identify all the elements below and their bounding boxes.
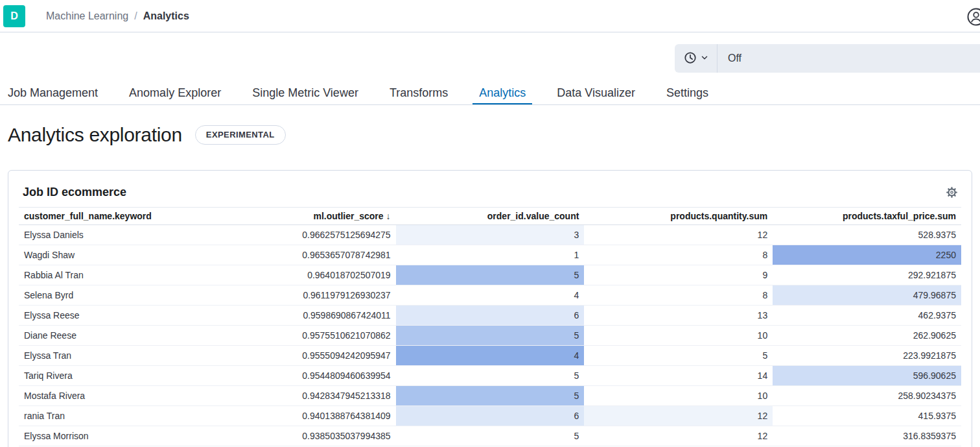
column-header-products-quantity-sum[interactable]: products.quantity.sum (584, 211, 773, 221)
tab-single-metric-viewer[interactable]: Single Metric Viewer (246, 83, 365, 104)
table-cell: 0.9598690867424011 (207, 306, 396, 325)
table-cell: 5 (396, 386, 585, 405)
table-cell: 5 (396, 366, 585, 385)
table-row: Elyssa Morrison0.9385035037994385512316.… (19, 426, 961, 446)
breadcrumb: Machine Learning / Analytics (46, 10, 189, 22)
table-cell: 0.9428347945213318 (207, 386, 396, 405)
table-cell: 528.9375 (773, 225, 961, 245)
table-body: Elyssa Daniels0.9662575125694275312528.9… (19, 225, 961, 446)
table-cell: 3 (396, 225, 585, 245)
refresh-interval-button[interactable] (675, 44, 718, 73)
column-header-customer-full-name[interactable]: customer_full_name.keyword (19, 211, 207, 221)
table-row: Elyssa Tran0.955509424209594745223.99218… (19, 346, 961, 366)
table-cell: 5 (396, 265, 585, 285)
table-cell: 0.964018702507019 (207, 265, 396, 285)
column-header-order-id-value-count[interactable]: order_id.value_count (396, 211, 585, 221)
table-row: Elyssa Daniels0.9662575125694275312528.9… (19, 225, 961, 245)
table-cell: 316.8359375 (773, 426, 961, 446)
space-avatar[interactable]: D (3, 5, 25, 27)
column-label: ml.outlier_score (313, 211, 383, 221)
table-cell: 14 (584, 366, 773, 385)
table-cell: 4 (396, 285, 585, 305)
table-cell: 8 (584, 245, 773, 265)
table-cell: 12 (584, 225, 773, 245)
column-header-ml-outlier-score[interactable]: ml.outlier_score↓ (207, 211, 396, 221)
table-cell: 0.9555094242095947 (207, 346, 396, 365)
table-cell: 292.921875 (773, 265, 961, 285)
column-label: customer_full_name.keyword (24, 211, 152, 221)
table-row: Diane Reese0.9575510621070862510262.9062… (19, 326, 961, 346)
table-cell: 262.90625 (773, 326, 961, 345)
table-cell: 8 (584, 285, 773, 305)
column-header-products-taxful-price-sum[interactable]: products.taxful_price.sum (773, 211, 961, 221)
table-cell: 596.90625 (773, 366, 961, 385)
panel-header: Job ID ecommerce (19, 181, 961, 203)
table-cell: 0.9401388764381409 (207, 406, 396, 426)
breadcrumb-separator: / (134, 10, 137, 22)
table-cell: 0.9385035037994385 (207, 426, 396, 446)
table-cell: Rabbia Al Tran (19, 265, 207, 285)
auto-refresh-control: Off (675, 44, 980, 73)
table-cell: 5 (584, 346, 773, 365)
tab-settings[interactable]: Settings (660, 83, 715, 104)
table-cell: Elyssa Daniels (19, 225, 207, 245)
table-cell: 2250 (773, 245, 961, 265)
results-panel: Job ID ecommerce (8, 170, 972, 447)
table-cell: 10 (584, 326, 773, 345)
table-cell: 479.96875 (773, 285, 961, 305)
results-table: customer_full_name.keyword ml.outlier_sc… (19, 207, 961, 446)
tab-anomaly-explorer[interactable]: Anomaly Explorer (122, 83, 228, 104)
table-cell: 415.9375 (773, 406, 961, 426)
account-icon[interactable] (966, 7, 980, 27)
table-row: rania Tran0.9401388764381409612415.9375 (19, 406, 961, 426)
table-cell: 0.9653657078742981 (207, 245, 396, 265)
table-cell: 12 (584, 426, 773, 446)
table-cell: 0.9662575125694275 (207, 225, 396, 245)
table-cell: 6 (396, 306, 585, 325)
column-label: products.taxful_price.sum (843, 211, 956, 221)
column-label: products.quantity.sum (670, 211, 767, 221)
refresh-status: Off (728, 53, 741, 64)
table-row: Mostafa Rivera0.9428347945213318510258.9… (19, 386, 961, 406)
table-row: Elyssa Reese0.9598690867424011613462.937… (19, 306, 961, 326)
table-cell: 12 (584, 406, 773, 426)
table-row: Tariq Rivera0.9544809460639954514596.906… (19, 366, 961, 386)
tab-transforms[interactable]: Transforms (383, 83, 454, 104)
table-cell: Wagdi Shaw (19, 245, 207, 265)
gear-icon[interactable] (946, 186, 957, 198)
top-header: D Machine Learning / Analytics (0, 0, 980, 32)
breadcrumb-machine-learning[interactable]: Machine Learning (46, 10, 128, 22)
tab-analytics[interactable]: Analytics (472, 83, 532, 104)
table-cell: Mostafa Rivera (19, 386, 207, 405)
column-label: order_id.value_count (487, 211, 579, 221)
table-cell: Tariq Rivera (19, 366, 207, 385)
table-cell: 4 (396, 346, 585, 365)
table-cell: Elyssa Reese (19, 306, 207, 325)
table-cell: 5 (396, 326, 585, 345)
table-cell: 462.9375 (773, 306, 961, 325)
panel-title: Job ID ecommerce (23, 186, 126, 199)
toolbar-row: Off (0, 44, 980, 73)
page-title: Analytics exploration (8, 122, 182, 148)
table-cell: 10 (584, 386, 773, 405)
tab-job-management[interactable]: Job Management (1, 83, 104, 104)
table-cell: 258.90234375 (773, 386, 961, 405)
table-row: Wagdi Shaw0.9653657078742981182250 (19, 245, 961, 265)
table-cell: 0.9611979126930237 (207, 285, 396, 305)
table-cell: 223.9921875 (773, 346, 961, 365)
tab-data-visualizer[interactable]: Data Visualizer (550, 83, 642, 104)
table-cell: Diane Reese (19, 326, 207, 345)
table-cell: 5 (396, 426, 585, 446)
app-root: D Machine Learning / Analytics (0, 0, 980, 447)
table-cell: 1 (396, 245, 585, 265)
table-cell: 13 (584, 306, 773, 325)
table-cell: Selena Byrd (19, 285, 207, 305)
table-cell: rania Tran (19, 406, 207, 426)
tab-bar: Job Management Anomaly Explorer Single M… (0, 83, 980, 105)
table-header-row: customer_full_name.keyword ml.outlier_sc… (19, 207, 961, 225)
chevron-down-icon (701, 54, 708, 64)
table-cell: 9 (584, 265, 773, 285)
table-cell: Elyssa Morrison (19, 426, 207, 446)
table-cell: Elyssa Tran (19, 346, 207, 365)
table-cell: 6 (396, 406, 585, 426)
